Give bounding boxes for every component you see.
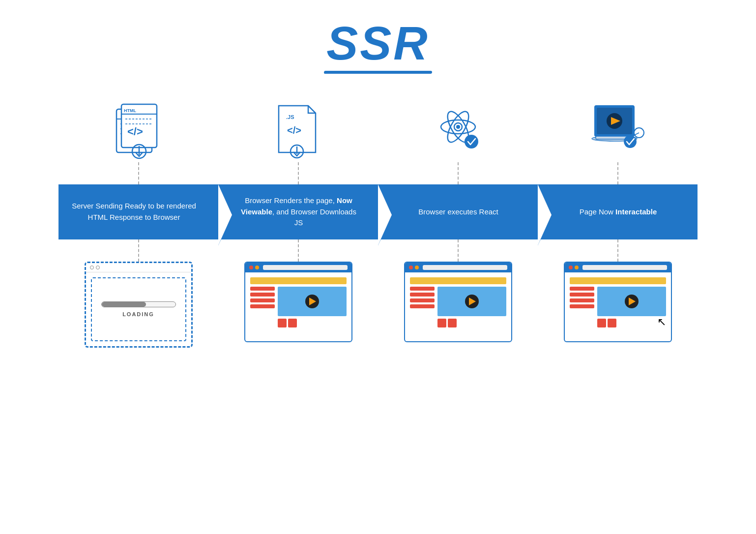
laptop-icon [586, 98, 650, 162]
bconn-1 [58, 239, 218, 262]
arrow-text-3: Browser executes React [418, 207, 498, 218]
svg-text:</>: </> [127, 125, 143, 138]
content-screen-3 [404, 262, 512, 342]
arrow-cell-4: Page Now Interactable [538, 184, 698, 239]
svg-text:</>: </> [287, 125, 301, 136]
dashed-v-b2 [298, 239, 299, 262]
loading-screen: LOADING [85, 262, 193, 348]
dot-red-2 [249, 266, 253, 269]
screen-content-2 [245, 272, 351, 341]
red-lines-2 [250, 287, 275, 327]
osq-3b [448, 319, 457, 327]
yellow-bar-2 [250, 277, 347, 284]
icon-cell-2: .JS </> [218, 98, 378, 162]
red-line-2a [250, 287, 275, 291]
conn-2 [218, 162, 378, 184]
top-connectors [58, 162, 698, 184]
dot-red-4 [569, 266, 573, 269]
arrow-cell-2: Browser Renders the page, Now Viewable, … [218, 184, 378, 239]
cursor-icon: ↖ [657, 317, 666, 327]
osq-2a [278, 319, 287, 327]
react-logo-icon [426, 98, 490, 162]
arrow-text-2: Browser Renders the page, Now Viewable, … [239, 195, 358, 229]
arrows-row: Server Sending Ready to be rendered HTML… [58, 184, 698, 239]
arrow-4: Page Now Interactable [538, 184, 698, 239]
bconn-3 [378, 239, 538, 262]
screen-cell-1: LOADING [58, 262, 218, 348]
play-triangle-2 [309, 297, 316, 305]
loading-inner: LOADING [91, 277, 186, 341]
page-container: SSR HTML [0, 0, 756, 534]
red-lines-3 [410, 287, 435, 327]
arrow-text-1: Server Sending Ready to be rendered HTML… [69, 201, 199, 223]
osq-4a [597, 319, 606, 327]
arrow-3: Browser executes React [378, 184, 538, 239]
svg-point-29 [624, 135, 637, 148]
svg-text:.JS: .JS [286, 114, 294, 120]
screen-content-3 [405, 272, 511, 341]
dot-border-2 [96, 266, 100, 269]
orange-squares-2 [278, 319, 347, 327]
search-bar-3 [423, 265, 507, 270]
search-bar-2 [263, 265, 348, 270]
html-files-icon: HTML </> [107, 98, 171, 162]
dashed-v-b3 [458, 239, 459, 262]
osq-3a [437, 319, 446, 327]
orange-squares-3 [437, 319, 506, 327]
arrow-2: Browser Renders the page, Now Viewable, … [218, 184, 378, 239]
browser-bar-4 [565, 263, 671, 272]
conn-3 [378, 162, 538, 184]
play-area-2 [278, 287, 347, 316]
browser-bar-3 [405, 263, 511, 272]
search-bar-4 [582, 265, 667, 270]
svg-point-22 [465, 135, 478, 148]
js-file-icon: .JS </> [266, 98, 330, 162]
red-line-3d [410, 304, 435, 308]
svg-line-31 [634, 133, 639, 135]
dot-yellow-4 [575, 266, 579, 269]
osq-4b [608, 319, 616, 327]
bconn-2 [218, 239, 378, 262]
loading-content: LOADING [86, 272, 191, 346]
red-lines-4 [570, 287, 594, 327]
play-btn-2 [305, 295, 319, 308]
icon-cell-4 [538, 98, 698, 162]
loading-browser-bar [86, 263, 191, 272]
loading-bar-track [101, 301, 176, 307]
play-triangle-4 [629, 297, 636, 305]
loading-label: LOADING [122, 311, 154, 317]
dashed-v-b1 [138, 239, 139, 262]
arrow-cell-3: Browser executes React [378, 184, 538, 239]
yellow-bar-4 [570, 277, 666, 284]
svg-text:HTML: HTML [124, 108, 136, 113]
bconn-4 [538, 239, 698, 262]
loading-bar-fill [102, 302, 146, 307]
diagram: HTML </> .JS </> [10, 98, 746, 348]
play-area-4 [597, 287, 666, 316]
screen-cell-4: ↖ [538, 262, 698, 342]
play-area-3 [437, 287, 506, 316]
dot-border-1 [90, 266, 94, 269]
red-line-3b [410, 293, 435, 297]
play-btn-3 [465, 295, 479, 308]
title-underline [324, 71, 433, 74]
orange-squares-4 [597, 319, 666, 327]
red-line-4d [570, 304, 594, 308]
conn-1 [58, 162, 218, 184]
conn-4 [538, 162, 698, 184]
content-screen-4: ↖ [564, 262, 672, 342]
red-line-4a [570, 287, 594, 291]
dashed-v-4 [617, 162, 618, 184]
icon-cell-3 [378, 98, 538, 162]
red-line-3a [410, 287, 435, 291]
arrow-1: Server Sending Ready to be rendered HTML… [58, 184, 218, 239]
screens-row: LOADING [58, 262, 698, 348]
dashed-v-3 [458, 162, 459, 184]
osq-2b [288, 319, 297, 327]
arrow-cell-1: Server Sending Ready to be rendered HTML… [58, 184, 218, 239]
svg-point-21 [456, 125, 460, 129]
dashed-v-1 [138, 162, 139, 184]
play-triangle-3 [469, 297, 476, 305]
red-line-4b [570, 293, 594, 297]
browser-bar-2 [245, 263, 351, 272]
